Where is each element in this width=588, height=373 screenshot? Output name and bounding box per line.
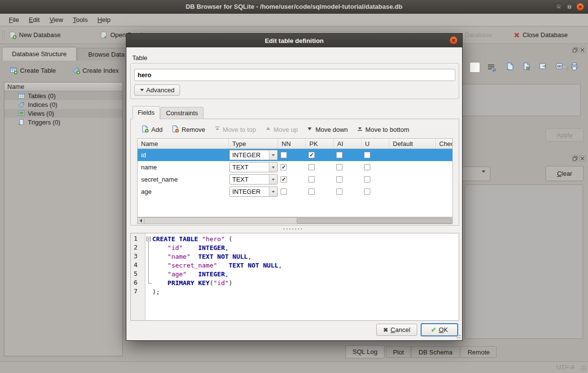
column-header-name[interactable]: Name	[138, 139, 229, 148]
remove-button[interactable]: Remove	[171, 125, 205, 134]
save-cell-icon[interactable]	[522, 62, 531, 71]
tab-fields[interactable]: Fields	[132, 106, 160, 119]
cancel-button[interactable]: ✖ Cancel	[376, 324, 417, 336]
close-database-button[interactable]: Close Database	[513, 26, 568, 43]
toolbar-grip[interactable]	[2, 30, 5, 40]
column-header-ai[interactable]: AI	[334, 139, 362, 148]
field-row-id[interactable]: idINTEGER✓	[138, 149, 452, 161]
nn-checkbox[interactable]	[281, 188, 287, 195]
field-row-name[interactable]: nameTEXT✓	[138, 161, 452, 173]
chevron-down-icon[interactable]	[269, 175, 277, 184]
field-row-secret_name[interactable]: secret_nameTEXT✓	[138, 173, 452, 186]
dialog-close-icon[interactable]: ✕	[449, 36, 458, 44]
ai-checkbox[interactable]	[336, 152, 343, 158]
tree-item-indices[interactable]: Indices (0)	[4, 100, 122, 109]
fields-hscrollbar[interactable]	[137, 217, 453, 224]
u-checkbox[interactable]	[364, 152, 370, 158]
field-name-cell[interactable]: id	[138, 151, 229, 159]
maximize-button-icon[interactable]	[566, 3, 573, 11]
field-name-cell[interactable]: age	[138, 188, 229, 195]
chevron-down-icon[interactable]	[269, 163, 277, 172]
type-dropdown[interactable]: INTEGER	[229, 186, 278, 197]
dialog-titlebar[interactable]: Edit table definition ✕	[126, 34, 462, 47]
dock-float-icon[interactable]	[572, 47, 578, 53]
advanced-button[interactable]: Advanced	[134, 84, 180, 96]
u-checkbox[interactable]	[364, 188, 370, 195]
scroll-track[interactable]	[144, 218, 446, 224]
pk-checkbox[interactable]	[308, 164, 315, 170]
column-header-default[interactable]: Default	[389, 139, 436, 148]
bottom-tab-remote[interactable]: Remote	[461, 346, 497, 358]
create-table-button[interactable]: Create Table	[10, 66, 56, 74]
checkbox-cell-ai	[334, 152, 362, 158]
pk-checkbox[interactable]: ✓	[308, 152, 315, 158]
dock-close-icon[interactable]	[579, 47, 586, 53]
column-header-nn[interactable]: NN	[278, 139, 306, 148]
type-dropdown[interactable]: INTEGER	[229, 150, 278, 160]
export-icon[interactable]	[539, 62, 547, 71]
dock2-float-icon[interactable]	[572, 155, 578, 162]
word-wrap-icon[interactable]	[487, 63, 496, 72]
close-button-icon[interactable]: ✕	[576, 3, 584, 11]
move-down-button[interactable]: Move down	[306, 125, 347, 133]
cell-editor-area[interactable]	[462, 84, 581, 116]
nn-checkbox[interactable]	[281, 152, 287, 158]
scroll-thumb[interactable]	[297, 218, 452, 224]
ai-checkbox[interactable]	[336, 176, 343, 183]
tree-item-tables[interactable]: Tables (0)	[4, 91, 122, 100]
pk-checkbox[interactable]	[308, 188, 315, 195]
dialog-resize-grip[interactable]	[456, 334, 461, 339]
menu-view[interactable]: View	[44, 14, 68, 26]
field-name-cell[interactable]: name	[138, 164, 229, 171]
ai-checkbox[interactable]	[336, 188, 343, 195]
ok-button[interactable]: ✔ OK	[421, 323, 458, 336]
fold-marker[interactable]	[145, 235, 152, 244]
u-checkbox[interactable]	[364, 176, 370, 183]
checkbox-cell-nn: ✓	[278, 176, 306, 183]
print-icon[interactable]	[570, 62, 579, 71]
type-dropdown[interactable]: TEXT	[229, 174, 278, 185]
menu-file[interactable]: File	[4, 14, 24, 26]
column-header-pk[interactable]: PK	[306, 139, 334, 148]
chevron-down-icon[interactable]	[269, 187, 277, 196]
pk-checkbox[interactable]	[308, 176, 315, 183]
tree-item-triggers[interactable]: Triggers (0)	[4, 118, 122, 126]
bottom-tab-plot[interactable]: Plot	[386, 346, 411, 358]
table-name-input[interactable]: hero	[134, 69, 455, 81]
menu-edit[interactable]: Edit	[24, 14, 44, 26]
add-button[interactable]: Add	[141, 125, 162, 134]
new-database-button[interactable]: New Database	[9, 26, 61, 43]
sql-preview-editor[interactable]: 1CREATE TABLE "hero" (2 "id" INTEGER,3 "…	[130, 233, 459, 321]
clear-log-button[interactable]: Clear	[546, 166, 584, 181]
bottom-tab-sql-log[interactable]: SQL Log	[345, 345, 385, 358]
fold-collapse-icon[interactable]	[146, 237, 151, 241]
dock2-close-icon[interactable]	[579, 155, 586, 162]
window-resize-grip[interactable]	[581, 365, 587, 371]
scroll-left-icon[interactable]	[138, 218, 144, 224]
create-index-button[interactable]: Create Index	[72, 66, 119, 74]
menu-help[interactable]: Help	[93, 14, 116, 26]
dialog-splitter[interactable]	[283, 228, 303, 230]
column-header-check[interactable]: Check	[436, 139, 453, 148]
move-to-bottom-button[interactable]: Move to bottom	[357, 125, 409, 133]
sql-log-area[interactable]	[465, 185, 583, 339]
tree-item-views[interactable]: Views (0)	[4, 109, 122, 118]
ai-checkbox[interactable]	[336, 164, 343, 170]
nn-checkbox[interactable]: ✓	[281, 176, 287, 183]
bottom-tab-db-schema[interactable]: DB Schema	[411, 346, 460, 358]
nn-checkbox[interactable]: ✓	[281, 164, 287, 170]
field-row-age[interactable]: ageINTEGER	[138, 186, 452, 198]
menu-tools[interactable]: Tools	[68, 14, 92, 26]
cell-mode-button[interactable]	[469, 62, 480, 73]
schema-tree-header[interactable]: Name	[4, 83, 122, 91]
tab-constraints[interactable]: Constraints	[161, 107, 203, 119]
chevron-down-icon[interactable]	[269, 150, 277, 160]
tab-database-structure[interactable]: Database Structure	[2, 47, 77, 61]
column-header-u[interactable]: U	[362, 139, 389, 148]
field-name-cell[interactable]: secret_name	[138, 176, 229, 183]
minimize-button-icon[interactable]: –	[555, 3, 563, 11]
column-header-type[interactable]: Type	[229, 139, 278, 148]
import-icon[interactable]	[506, 62, 514, 71]
u-checkbox[interactable]	[364, 164, 370, 170]
type-dropdown[interactable]: TEXT	[229, 162, 278, 172]
